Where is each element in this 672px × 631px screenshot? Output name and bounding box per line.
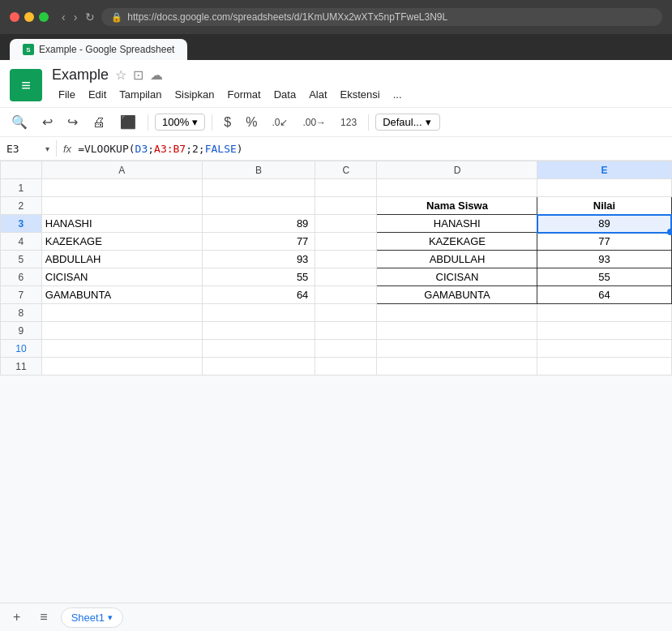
cell-d5[interactable]: ABDULLAH: [377, 251, 537, 268]
cell-b2[interactable]: [202, 197, 315, 215]
row-header-8[interactable]: 8: [1, 304, 42, 322]
cell-b7[interactable]: 64: [202, 286, 315, 304]
menu-format[interactable]: Format: [221, 85, 268, 104]
cell-c10[interactable]: [315, 340, 377, 358]
menu-more[interactable]: ...: [387, 85, 409, 104]
url-bar[interactable]: 🔒 https://docs.google.com/spreadsheets/d…: [101, 8, 662, 26]
cell-d10[interactable]: [377, 340, 537, 358]
cell-c6[interactable]: [315, 268, 377, 286]
cell-e3[interactable]: 89: [537, 215, 671, 233]
zoom-control[interactable]: 100% ▾: [155, 114, 205, 131]
cell-a7[interactable]: GAMABUNTA: [41, 286, 202, 304]
print-button[interactable]: 🖨: [88, 112, 110, 133]
cell-a10[interactable]: [41, 340, 202, 358]
folder-icon[interactable]: ⊡: [133, 67, 143, 83]
row-header-1[interactable]: 1: [1, 179, 42, 197]
cell-a5[interactable]: ABDULLAH: [41, 251, 202, 268]
col-header-a[interactable]: A: [41, 161, 202, 179]
fill-handle[interactable]: [667, 229, 672, 235]
row-header-10[interactable]: 10: [1, 340, 42, 358]
row-header-3[interactable]: 3: [1, 215, 42, 233]
cell-e6[interactable]: 55: [537, 268, 671, 286]
cell-b1[interactable]: [202, 179, 315, 197]
undo-button[interactable]: ↩: [37, 111, 58, 133]
decimal-dec-button[interactable]: .0↙: [267, 114, 293, 131]
cell-d9[interactable]: [377, 322, 537, 340]
nav-reload-button[interactable]: ↻: [85, 11, 95, 24]
row-header-7[interactable]: 7: [1, 286, 42, 304]
menu-tampilan[interactable]: Tampilan: [113, 85, 168, 104]
menu-sisipkan[interactable]: Sisipkan: [168, 85, 220, 104]
cell-c3[interactable]: [315, 215, 377, 233]
cell-b10[interactable]: [202, 340, 315, 358]
cell-a4[interactable]: KAZEKAGE: [41, 233, 202, 251]
cell-d6[interactable]: CICISAN: [377, 268, 537, 286]
cell-a3[interactable]: HANASHI: [41, 215, 202, 233]
cell-d1[interactable]: [377, 179, 537, 197]
browser-tab[interactable]: S Example - Google Spreadsheet: [10, 39, 187, 60]
cell-e8[interactable]: [537, 304, 671, 322]
cell-d2[interactable]: Nama Siswa: [377, 197, 537, 215]
currency-button[interactable]: $: [219, 112, 236, 133]
cell-d11[interactable]: [377, 358, 537, 376]
grid-container[interactable]: A B C D E 1 2: [0, 161, 672, 376]
cell-b8[interactable]: [202, 304, 315, 322]
percent-button[interactable]: %: [241, 112, 262, 133]
cell-c11[interactable]: [315, 358, 377, 376]
formula-input[interactable]: =VLOOKUP(D3;A3:B7;2;FALSE): [78, 143, 666, 155]
cell-a8[interactable]: [41, 304, 202, 322]
row-header-2[interactable]: 2: [1, 197, 42, 215]
cell-e7[interactable]: 64: [537, 286, 671, 304]
cloud-icon[interactable]: ☁: [150, 67, 163, 83]
font-dropdown[interactable]: Defaul... ▾: [375, 114, 440, 131]
cell-c1[interactable]: [315, 179, 377, 197]
cell-e10[interactable]: [537, 340, 671, 358]
cell-c4[interactable]: [315, 233, 377, 251]
cell-a1[interactable]: [41, 179, 202, 197]
traffic-light-close[interactable]: [10, 12, 19, 22]
col-header-d[interactable]: D: [377, 161, 537, 179]
cell-d7[interactable]: GAMABUNTA: [377, 286, 537, 304]
traffic-light-minimize[interactable]: [24, 12, 34, 22]
traffic-light-fullscreen[interactable]: [39, 12, 49, 22]
search-button[interactable]: 🔍: [6, 111, 32, 133]
format-paint-button[interactable]: ⬛: [115, 111, 141, 133]
cell-d8[interactable]: [377, 304, 537, 322]
cell-e5[interactable]: 93: [537, 251, 671, 268]
nav-back-button[interactable]: ‹: [62, 11, 66, 24]
row-header-5[interactable]: 5: [1, 251, 42, 268]
menu-data[interactable]: Data: [268, 85, 302, 104]
cell-e4[interactable]: 77: [537, 233, 671, 251]
cell-c8[interactable]: [315, 304, 377, 322]
menu-file[interactable]: File: [52, 85, 82, 104]
redo-button[interactable]: ↪: [62, 111, 83, 133]
cell-reference[interactable]: E3: [6, 143, 39, 155]
cell-d3[interactable]: HANASHI: [377, 215, 537, 233]
sheet-menu-button[interactable]: ≡: [33, 607, 54, 628]
star-icon[interactable]: ☆: [115, 67, 126, 83]
menu-ekstensi[interactable]: Ekstensi: [334, 85, 387, 104]
cell-ref-dropdown-icon[interactable]: ▾: [45, 144, 49, 153]
sheet-tab-sheet1[interactable]: Sheet1 ▾: [61, 607, 123, 628]
col-header-b[interactable]: B: [202, 161, 315, 179]
add-sheet-button[interactable]: +: [6, 607, 27, 628]
cell-c5[interactable]: [315, 251, 377, 268]
menu-edit[interactable]: Edit: [82, 85, 113, 104]
cell-a9[interactable]: [41, 322, 202, 340]
row-header-9[interactable]: 9: [1, 322, 42, 340]
cell-b9[interactable]: [202, 322, 315, 340]
row-header-6[interactable]: 6: [1, 268, 42, 286]
spreadsheet-title[interactable]: Example: [52, 67, 109, 84]
cell-e1[interactable]: [537, 179, 671, 197]
cell-b11[interactable]: [202, 358, 315, 376]
cell-e11[interactable]: [537, 358, 671, 376]
cell-b3[interactable]: 89: [202, 215, 315, 233]
cell-a11[interactable]: [41, 358, 202, 376]
cell-b5[interactable]: 93: [202, 251, 315, 268]
cell-a2[interactable]: [41, 197, 202, 215]
row-header-4[interactable]: 4: [1, 233, 42, 251]
cell-c2[interactable]: [315, 197, 377, 215]
nav-forward-button[interactable]: ›: [74, 11, 78, 24]
cell-b4[interactable]: 77: [202, 233, 315, 251]
cell-b6[interactable]: 55: [202, 268, 315, 286]
